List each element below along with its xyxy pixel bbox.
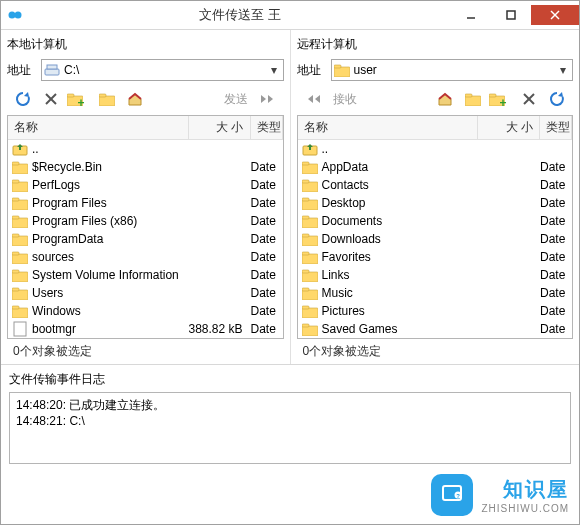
svg-rect-61 [302, 308, 318, 318]
remote-rows[interactable]: ..AppDataDateContactsDateDesktopDateDocu… [298, 140, 573, 338]
item-type: Date [538, 286, 572, 300]
list-item[interactable]: Program FilesDate [8, 194, 283, 212]
item-name: Saved Games [322, 322, 398, 336]
list-item[interactable]: bootmgr388.82 kBDate [8, 320, 283, 338]
item-type: Date [249, 160, 283, 174]
local-address-combo[interactable]: C:\ ▾ [41, 59, 284, 81]
svg-rect-8 [47, 65, 57, 69]
item-size: 388.82 kB [181, 322, 249, 336]
remote-folder-up-button[interactable] [459, 88, 487, 110]
log-line: 14:48:20: 已成功建立连接。 [16, 397, 564, 413]
receive-label[interactable]: 接收 [327, 91, 363, 108]
file-icon [12, 321, 28, 337]
send-label[interactable]: 发送 [218, 91, 254, 108]
list-item[interactable]: PerfLogsDate [8, 176, 283, 194]
list-item[interactable]: ProgramDataDate [8, 230, 283, 248]
list-item[interactable]: DesktopDate [298, 194, 573, 212]
list-item[interactable]: DownloadsDate [298, 230, 573, 248]
list-item[interactable]: WindowsDate [8, 302, 283, 320]
item-name: sources [32, 250, 74, 264]
svg-rect-55 [302, 254, 318, 264]
svg-rect-57 [302, 272, 318, 282]
list-item[interactable]: System Volume InformationDate [8, 266, 283, 284]
local-address-value: C:\ [64, 63, 263, 77]
item-name: Music [322, 286, 353, 300]
list-item[interactable]: ContactsDate [298, 176, 573, 194]
refresh-button[interactable] [9, 88, 37, 110]
col-size[interactable]: 大 小 [478, 116, 540, 139]
svg-rect-29 [12, 270, 19, 273]
list-item[interactable]: LinksDate [298, 266, 573, 284]
local-rows[interactable]: ..$Recycle.BinDatePerfLogsDateProgram Fi… [8, 140, 283, 338]
chevron-down-icon[interactable]: ▾ [556, 63, 570, 77]
list-item[interactable]: Saved GamesDate [298, 320, 573, 338]
list-item[interactable]: MusicDate [298, 284, 573, 302]
remote-home-button[interactable] [431, 88, 459, 110]
col-size[interactable]: 大 小 [189, 116, 251, 139]
list-item[interactable]: UsersDate [8, 284, 283, 302]
close-button[interactable] [531, 5, 579, 25]
remote-title: 远程计算机 [297, 34, 574, 57]
item-type: Date [538, 196, 572, 210]
col-type[interactable]: 类型 [540, 116, 572, 139]
svg-rect-23 [12, 216, 19, 219]
list-item[interactable]: DocumentsDate [298, 212, 573, 230]
chevron-down-icon[interactable]: ▾ [267, 63, 281, 77]
list-item[interactable]: Program Files (x86)Date [8, 212, 283, 230]
minimize-button[interactable] [451, 5, 491, 25]
log-box[interactable]: 14:48:20: 已成功建立连接。14:48:21: C:\ [9, 392, 571, 464]
local-pane: 本地计算机 地址 C:\ ▾ + 发送 [1, 30, 290, 364]
item-name: bootmgr [32, 322, 76, 336]
item-type: Date [538, 160, 572, 174]
folder-icon [12, 267, 28, 283]
panes: 本地计算机 地址 C:\ ▾ + 发送 [1, 30, 579, 365]
local-toolbar: + 发送 [7, 85, 284, 115]
svg-rect-2 [13, 14, 17, 16]
list-item[interactable]: FavoritesDate [298, 248, 573, 266]
app-window: 文件传送至 王 本地计算机 地址 C:\ ▾ [0, 0, 580, 525]
svg-rect-25 [12, 234, 19, 237]
svg-rect-26 [12, 254, 28, 264]
folder-icon [12, 303, 28, 319]
col-name[interactable]: 名称 [298, 116, 479, 139]
remote-refresh-button[interactable] [543, 88, 571, 110]
svg-rect-60 [302, 288, 309, 291]
folder-icon [302, 213, 318, 229]
list-item[interactable]: .. [298, 140, 573, 158]
list-item[interactable]: sourcesDate [8, 248, 283, 266]
receive-button[interactable] [299, 88, 327, 110]
maximize-button[interactable] [491, 5, 531, 25]
col-type[interactable]: 类型 [251, 116, 283, 139]
new-folder-button[interactable]: + [65, 88, 93, 110]
remote-new-folder-button[interactable]: + [487, 88, 515, 110]
item-name: Favorites [322, 250, 371, 264]
titlebar: 文件传送至 王 [1, 1, 579, 30]
delete-button[interactable] [37, 88, 65, 110]
remote-delete-button[interactable] [515, 88, 543, 110]
remote-pane: 远程计算机 地址 user ▾ 接收 + [290, 30, 580, 364]
svg-rect-20 [12, 200, 28, 210]
svg-rect-14 [99, 94, 106, 97]
list-item[interactable]: $Recycle.BinDate [8, 158, 283, 176]
send-button[interactable] [254, 88, 282, 110]
up-icon [12, 141, 28, 157]
folder-icon [302, 159, 318, 175]
window-title: 文件传送至 王 [29, 6, 451, 24]
folder-up-button[interactable] [93, 88, 121, 110]
home-button[interactable] [121, 88, 149, 110]
svg-rect-59 [302, 290, 318, 300]
list-item[interactable]: PicturesDate [298, 302, 573, 320]
item-type: Date [249, 322, 283, 336]
watermark: ? 知识屋 ZHISHIWU.COM [431, 474, 569, 516]
item-name: System Volume Information [32, 268, 179, 282]
item-name: Program Files (x86) [32, 214, 137, 228]
folder-icon [302, 285, 318, 301]
remote-address-combo[interactable]: user ▾ [331, 59, 574, 81]
list-item[interactable]: AppDataDate [298, 158, 573, 176]
svg-text:?: ? [457, 493, 461, 499]
item-type: Date [538, 232, 572, 246]
list-item[interactable]: .. [8, 140, 283, 158]
folder-icon [12, 231, 28, 247]
log-title: 文件传输事件日志 [9, 371, 571, 392]
col-name[interactable]: 名称 [8, 116, 189, 139]
